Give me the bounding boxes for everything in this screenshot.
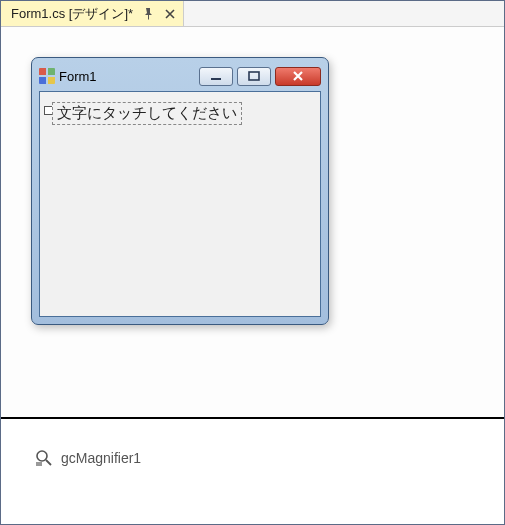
app-icon	[39, 68, 55, 84]
document-tab-strip: Form1.cs [デザイン]*	[1, 1, 504, 27]
close-icon[interactable]	[163, 7, 177, 21]
minimize-button[interactable]	[199, 67, 233, 86]
form-client-area[interactable]: 文字にタッチしてください	[39, 91, 321, 317]
close-button[interactable]	[275, 67, 321, 86]
component-gcmagnifier1[interactable]: gcMagnifier1	[35, 449, 141, 467]
svg-line-3	[46, 460, 51, 465]
form-label[interactable]: 文字にタッチしてください	[52, 102, 242, 125]
document-tab-label: Form1.cs [デザイン]*	[11, 5, 133, 23]
svg-point-2	[37, 451, 47, 461]
pin-icon[interactable]	[141, 7, 155, 21]
component-tray[interactable]: gcMagnifier1	[1, 419, 504, 524]
form-title: Form1	[59, 69, 97, 84]
svg-rect-0	[211, 78, 221, 80]
form-window[interactable]: Form1 文字にタッチしてください	[31, 57, 329, 325]
magnifier-icon	[35, 449, 53, 467]
maximize-button[interactable]	[237, 67, 271, 86]
form-titlebar[interactable]: Form1	[39, 65, 321, 87]
component-label: gcMagnifier1	[61, 450, 141, 466]
designer-surface[interactable]: Form1 文字にタッチしてください	[1, 27, 504, 417]
document-tab-form1[interactable]: Form1.cs [デザイン]*	[1, 1, 184, 26]
svg-rect-1	[249, 72, 259, 80]
